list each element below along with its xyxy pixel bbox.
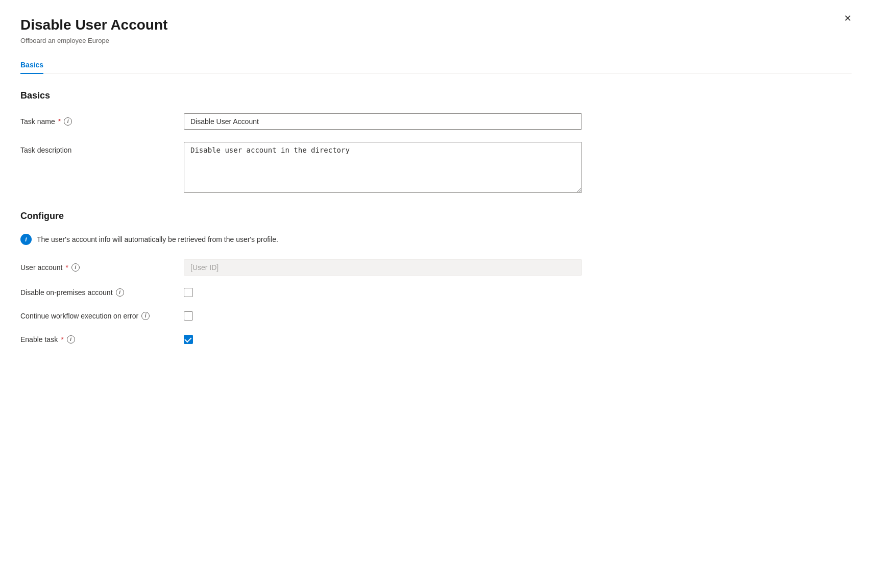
enable-task-info-icon: i bbox=[67, 335, 75, 344]
task-name-control bbox=[184, 113, 582, 130]
dialog-title: Disable User Account bbox=[20, 16, 852, 34]
disable-on-premises-checkbox[interactable] bbox=[184, 288, 193, 297]
task-description-label: Task description bbox=[20, 142, 184, 154]
task-name-label: Task name * i bbox=[20, 113, 184, 126]
enable-task-label: Enable task * i bbox=[20, 335, 184, 344]
user-account-control: [User ID] bbox=[184, 259, 582, 276]
basics-heading: Basics bbox=[20, 90, 852, 101]
disable-on-premises-row: Disable on-premises account i bbox=[20, 288, 582, 297]
user-account-row: User account * i [User ID] bbox=[20, 259, 582, 276]
enable-task-required: * bbox=[61, 335, 63, 344]
configure-heading: Configure bbox=[20, 211, 852, 222]
task-description-control bbox=[184, 142, 582, 194]
task-description-row: Task description bbox=[20, 142, 582, 194]
enable-task-checkbox-wrapper bbox=[184, 335, 193, 344]
task-description-input[interactable] bbox=[184, 142, 582, 193]
task-name-row: Task name * i bbox=[20, 113, 582, 130]
info-banner: i The user's account info will automatic… bbox=[20, 234, 582, 245]
tabs-bar: Basics bbox=[20, 57, 852, 74]
continue-workflow-label: Continue workflow execution on error i bbox=[20, 312, 184, 320]
disable-on-premises-checkbox-wrapper bbox=[184, 288, 193, 297]
continue-workflow-info-icon: i bbox=[141, 312, 150, 320]
info-banner-text: The user's account info will automatical… bbox=[37, 235, 278, 243]
configure-section: Configure i The user's account info will… bbox=[20, 211, 852, 344]
task-name-info-icon: i bbox=[64, 117, 72, 126]
disable-on-premises-info-icon: i bbox=[116, 288, 124, 297]
continue-workflow-checkbox[interactable] bbox=[184, 311, 193, 321]
close-button[interactable]: ✕ bbox=[839, 10, 856, 27]
disable-on-premises-label: Disable on-premises account i bbox=[20, 288, 184, 297]
user-account-required: * bbox=[65, 263, 68, 272]
user-account-label: User account * i bbox=[20, 259, 184, 272]
task-name-required: * bbox=[58, 117, 61, 126]
user-account-input: [User ID] bbox=[184, 259, 582, 276]
info-filled-icon: i bbox=[20, 234, 32, 245]
task-name-input[interactable] bbox=[184, 113, 582, 130]
dialog-subtitle: Offboard an employee Europe bbox=[20, 37, 852, 44]
tab-basics[interactable]: Basics bbox=[20, 57, 43, 74]
continue-workflow-checkbox-wrapper bbox=[184, 311, 193, 321]
enable-task-checkbox[interactable] bbox=[184, 335, 193, 344]
continue-workflow-row: Continue workflow execution on error i bbox=[20, 311, 582, 321]
basics-section: Basics Task name * i Task description bbox=[20, 90, 852, 194]
user-account-info-icon: i bbox=[71, 263, 80, 272]
enable-task-row: Enable task * i bbox=[20, 335, 582, 344]
dialog-header: Disable User Account Offboard an employe… bbox=[20, 16, 852, 44]
dialog-container: Disable User Account Offboard an employe… bbox=[0, 0, 872, 588]
close-icon: ✕ bbox=[844, 13, 852, 24]
